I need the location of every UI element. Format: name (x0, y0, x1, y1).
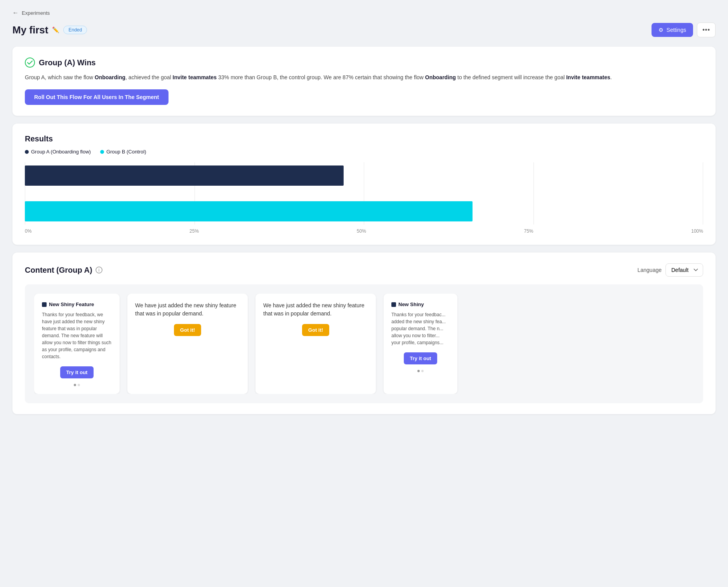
flow-card-3-text: We have just added the new shiny feature… (263, 301, 368, 318)
carousel-container: New Shiny Feature Thanks for your feedba… (25, 284, 703, 403)
header-right: ⚙ Settings ••• (652, 23, 716, 37)
bar-row-a (25, 165, 703, 186)
winner-title: Group (A) Wins (39, 58, 96, 67)
desc-5: . (610, 74, 612, 80)
more-options-button[interactable]: ••• (697, 23, 716, 37)
flow-card-1-title-row: New Shiny Feature (42, 301, 112, 307)
bar-spacer (25, 192, 703, 195)
winner-check-icon (25, 57, 35, 68)
got-it-button-2[interactable]: Got it! (302, 324, 329, 336)
settings-button[interactable]: ⚙ Settings (652, 23, 693, 37)
bar-row-b (25, 201, 703, 221)
status-badge: Ended (63, 26, 87, 34)
winner-header: Group (A) Wins (25, 57, 703, 68)
chart-wrapper: 0% 25% 50% 75% 100% (25, 162, 703, 234)
x-label-25: 25% (189, 228, 199, 234)
legend-item-b: Group B (Control) (100, 149, 146, 155)
winner-description: Group A, which saw the flow Onboarding, … (25, 73, 703, 82)
back-arrow-icon: ← (12, 9, 19, 16)
chart-x-labels: 0% 25% 50% 75% 100% (25, 228, 703, 234)
language-label: Language (638, 267, 662, 273)
flow-card-2: We have just added the new shiny feature… (127, 294, 248, 394)
page-title: My first (12, 24, 48, 36)
card-dots-4 (391, 370, 450, 372)
card-dot-4-2 (421, 370, 424, 372)
flow-card-4-title: New Shiny (398, 301, 424, 307)
desc-1: Group A, which saw the flow (25, 74, 95, 80)
desc-3: 33% more than Group B, the control group… (217, 74, 425, 80)
back-nav[interactable]: ← Experiments (12, 9, 716, 16)
x-label-50: 50% (357, 228, 366, 234)
content-card: Content (Group A) i Language Default New… (12, 253, 716, 414)
flow-card-1-title: New Shiny Feature (49, 301, 94, 307)
flow-name-2: Onboarding (425, 74, 456, 80)
language-select[interactable]: Default (665, 263, 703, 277)
results-card: Results Group A (Onboarding flow) Group … (12, 124, 716, 245)
language-control: Language Default (638, 263, 703, 277)
back-label: Experiments (22, 10, 50, 16)
title-square-icon (42, 302, 47, 307)
rollout-button[interactable]: Roll Out This Flow For All Users In The … (25, 89, 169, 105)
chart-legend: Group A (Onboarding flow) Group B (Contr… (25, 149, 703, 155)
edit-icon[interactable]: ✏️ (52, 26, 59, 33)
try-it-button-1[interactable]: Try it out (60, 366, 94, 378)
legend-dot-b (100, 150, 104, 154)
desc-4: to the defined segment will increase the… (456, 74, 566, 80)
flow-card-3: We have just added the new shiny feature… (255, 294, 376, 394)
settings-label: Settings (667, 27, 686, 33)
card-dot-1-1 (74, 384, 76, 386)
svg-point-0 (25, 58, 35, 67)
flow-card-1: New Shiny Feature Thanks for your feedba… (34, 294, 120, 394)
legend-label-a: Group A (Onboarding flow) (31, 149, 91, 155)
bar-b (25, 201, 473, 221)
legend-dot-a (25, 150, 29, 154)
more-icon: ••• (702, 26, 710, 33)
chart-bars (25, 162, 703, 225)
x-label-100: 100% (691, 228, 703, 234)
card-dot-4-1 (417, 370, 420, 372)
bar-a (25, 165, 344, 186)
card-dots-1 (42, 384, 112, 386)
card-dot-1-2 (78, 384, 80, 386)
content-title-group: Content (Group A) i (25, 266, 103, 275)
title-square-icon-4 (391, 302, 396, 307)
flow-card-4-title-row: New Shiny (391, 301, 450, 307)
carousel-track[interactable]: New Shiny Feature Thanks for your feedba… (34, 294, 694, 394)
flow-name-1: Onboarding (95, 74, 125, 80)
x-label-0: 0% (25, 228, 31, 234)
legend-label-b: Group B (Control) (106, 149, 146, 155)
gear-icon: ⚙ (659, 27, 664, 33)
info-icon[interactable]: i (96, 267, 103, 273)
goal-name-1: Invite teammates (173, 74, 217, 80)
x-label-75: 75% (524, 228, 533, 234)
flow-card-4-body: Thanks for your feedbac... added the new… (391, 311, 450, 346)
legend-item-a: Group A (Onboarding flow) (25, 149, 91, 155)
flow-card-1-body: Thanks for your feedback, we have just a… (42, 311, 112, 360)
flow-card-2-text: We have just added the new shiny feature… (135, 301, 240, 318)
goal-name-2: Invite teammates (566, 74, 610, 80)
page-header: My first ✏️ Ended ⚙ Settings ••• (12, 23, 716, 37)
flow-card-4: New Shiny Thanks for your feedbac... add… (384, 294, 457, 394)
header-left: My first ✏️ Ended (12, 24, 87, 36)
content-title: Content (Group A) (25, 266, 92, 275)
got-it-button-1[interactable]: Got it! (174, 324, 201, 336)
winner-card: Group (A) Wins Group A, which saw the fl… (12, 47, 716, 116)
content-header: Content (Group A) i Language Default (25, 263, 703, 277)
desc-2: , achieved the goal (125, 74, 172, 80)
results-title: Results (25, 134, 703, 143)
try-it-button-4[interactable]: Try it out (404, 352, 438, 364)
